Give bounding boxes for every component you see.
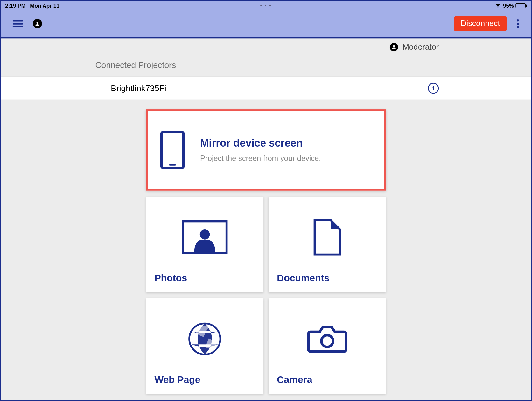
multitask-dots[interactable]: • • • — [260, 3, 272, 8]
battery-percent: 95% — [503, 3, 514, 9]
battery-icon — [515, 3, 527, 8]
document-icon — [312, 218, 342, 256]
documents-tile[interactable]: Documents — [269, 197, 386, 292]
mirror-subtitle: Project the screen from your device. — [200, 154, 321, 163]
moderator-row: Moderator — [1, 38, 531, 54]
svg-point-5 — [200, 229, 210, 239]
svg-point-0 — [37, 22, 38, 24]
mirror-card[interactable]: Mirror device screen Project the screen … — [146, 109, 386, 191]
disconnect-button[interactable]: Disconnect — [454, 16, 507, 31]
camera-tile[interactable]: Camera — [269, 298, 386, 394]
hamburger-icon[interactable] — [13, 20, 23, 27]
svg-point-1 — [393, 45, 395, 47]
app-bar: Disconnect — [1, 10, 531, 37]
globe-icon — [188, 321, 222, 356]
person-icon[interactable] — [33, 19, 42, 28]
camera-label: Camera — [277, 374, 377, 386]
projector-name: Brightlink735Fi — [111, 83, 428, 93]
camera-icon — [307, 323, 347, 354]
status-date: Mon Apr 11 — [30, 3, 60, 9]
projector-row[interactable]: Brightlink735Fi i — [1, 76, 531, 100]
photos-label: Photos — [154, 273, 255, 284]
svg-rect-3 — [169, 164, 176, 166]
device-icon — [160, 131, 185, 169]
webpage-label: Web Page — [154, 374, 255, 386]
documents-label: Documents — [277, 273, 377, 284]
info-icon[interactable]: i — [428, 83, 439, 94]
svg-rect-2 — [162, 132, 184, 168]
status-bar: 2:19 PM Mon Apr 11 • • • 95% — [1, 1, 531, 10]
section-title: Connected Projectors — [1, 54, 531, 76]
status-time: 2:19 PM — [5, 3, 26, 9]
photos-tile[interactable]: Photos — [146, 197, 263, 292]
moderator-icon — [390, 43, 398, 51]
wifi-icon — [494, 3, 501, 8]
moderator-label: Moderator — [402, 42, 439, 52]
mirror-title: Mirror device screen — [200, 137, 321, 149]
kebab-icon[interactable] — [509, 19, 526, 28]
svg-point-7 — [321, 335, 333, 347]
photo-icon — [182, 220, 228, 254]
webpage-tile[interactable]: Web Page — [146, 298, 263, 394]
